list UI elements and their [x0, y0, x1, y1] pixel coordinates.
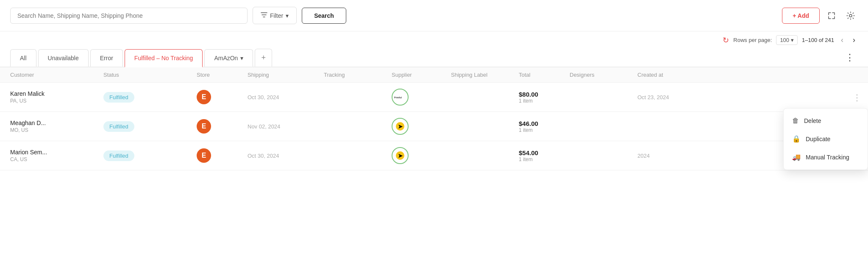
col-total: Total — [519, 72, 570, 78]
col-store: Store — [197, 72, 248, 78]
settings-icon[interactable] — [843, 8, 858, 23]
svg-text:Printful: Printful — [394, 96, 402, 99]
context-menu-duplicate[interactable]: 🔒 Duplicate — [784, 130, 868, 148]
customer-name: Karen Malick — [10, 90, 103, 97]
tab-error[interactable]: Error — [90, 49, 123, 67]
shipping-cell: Nov 02, 2024 — [248, 123, 324, 130]
customer-location: CA, US — [10, 156, 103, 162]
total-items: 1 item — [519, 156, 570, 162]
created-date: 2024 — [637, 153, 650, 159]
col-shipping-label: Shipping Label — [451, 72, 519, 78]
tab-amazon-label: AmAzOn — [214, 55, 238, 61]
tab-all[interactable]: All — [10, 49, 36, 67]
add-label: + Add — [793, 12, 809, 19]
delete-label: Delete — [804, 117, 821, 124]
status-badge: Fulfilled — [103, 150, 134, 161]
customer-location: PA, US — [10, 98, 103, 104]
table-body: Karen Malick PA, US Fulfilled E Oct 30, … — [0, 83, 868, 170]
col-customer: Customer — [10, 72, 103, 78]
total-items: 1 item — [519, 127, 570, 133]
col-status: Status — [103, 72, 197, 78]
customer-cell: Karen Malick PA, US — [10, 90, 103, 104]
filter-icon — [261, 11, 267, 19]
created-date: Oct 23, 2024 — [637, 94, 669, 100]
next-page-button[interactable]: › — [850, 35, 858, 45]
refresh-icon[interactable]: ↻ — [723, 36, 729, 45]
table-row-1[interactable]: Karen Malick PA, US Fulfilled E Oct 30, … — [0, 83, 868, 112]
delete-icon: 🗑 — [792, 117, 799, 125]
table-header: Customer Status Store Shipping Tracking … — [0, 67, 868, 83]
filter-label: Filter — [270, 12, 283, 19]
status-cell: Fulfilled — [103, 92, 197, 103]
prev-page-button[interactable]: ‹ — [838, 35, 846, 45]
col-created-at: Created at — [637, 72, 714, 78]
total-amount: $46.00 — [519, 120, 570, 127]
context-menu-manual-tracking[interactable]: 🚚 Manual Tracking — [784, 148, 868, 166]
supplier-logo: ➤ — [392, 147, 409, 164]
svg-text:➤: ➤ — [398, 153, 403, 159]
shipping-cell: Oct 30, 2024 — [248, 94, 324, 100]
customer-cell: Marion Sem... CA, US — [10, 149, 103, 162]
tabs-bar: All Unavailable Error Fulfilled – No Tra… — [0, 49, 868, 67]
status-cell: Fulfilled — [103, 121, 197, 132]
supplier-cell: Printful — [392, 89, 451, 106]
store-icon: E — [197, 119, 211, 134]
tab-all-label: All — [20, 55, 27, 61]
created-at-cell: 2024 — [637, 152, 714, 159]
add-button[interactable]: + Add — [782, 8, 820, 24]
total-amount: $54.00 — [519, 149, 570, 156]
col-supplier: Supplier — [392, 72, 451, 78]
store-icon: E — [197, 90, 211, 104]
rows-per-page-value: 100 — [780, 37, 789, 43]
row-more-button[interactable]: ⋮ — [849, 91, 865, 104]
rows-chevron-icon: ▾ — [791, 37, 794, 43]
manual-tracking-label: Manual Tracking — [806, 154, 849, 161]
col-tracking: Tracking — [324, 72, 392, 78]
tab-amazon-chevron-icon: ▾ — [240, 55, 243, 61]
manual-tracking-icon: 🚚 — [792, 153, 801, 161]
supplier-cell: ➤ — [392, 147, 451, 164]
supplier-logo: Printful — [392, 89, 409, 106]
store-icon: E — [197, 148, 211, 163]
status-badge: Fulfilled — [103, 121, 134, 132]
customer-location: MO, US — [10, 127, 103, 133]
table-row-2[interactable]: Meaghan D... MO, US Fulfilled E Nov 02, … — [0, 112, 868, 141]
tab-amazon[interactable]: AmAzOn ▾ — [204, 49, 253, 67]
table-row-3[interactable]: Marion Sem... CA, US Fulfilled E Oct 30,… — [0, 141, 868, 170]
svg-point-0 — [849, 14, 852, 17]
total-cell: $46.00 1 item — [519, 120, 570, 133]
search-button[interactable]: Search — [302, 8, 346, 24]
shipping-cell: Oct 30, 2024 — [248, 152, 324, 159]
table-row: Karen Malick PA, US Fulfilled E Oct 30, … — [0, 83, 868, 112]
col-shipping: Shipping — [248, 72, 324, 78]
duplicate-icon: 🔒 — [792, 135, 801, 143]
tab-error-label: Error — [100, 55, 113, 61]
rows-per-page-label: Rows per page: — [733, 37, 772, 43]
context-menu: 🗑 Delete 🔒 Duplicate 🚚 Manual Tracking — [783, 108, 868, 170]
page-range: 1–100 of 241 — [802, 37, 834, 43]
total-amount: $80.00 — [519, 91, 570, 98]
tab-unavailable[interactable]: Unavailable — [38, 49, 89, 67]
duplicate-label: Duplicate — [806, 136, 830, 142]
rows-per-page-select[interactable]: 100 ▾ — [776, 35, 798, 45]
tab-fulfilled-no-tracking[interactable]: Fulfilled – No Tracking — [125, 49, 203, 67]
total-cell: $80.00 1 item — [519, 91, 570, 104]
search-label: Search — [314, 12, 334, 19]
tab-more-button[interactable]: ⋮ — [842, 49, 858, 67]
table-row: Marion Sem... CA, US Fulfilled E Oct 30,… — [0, 141, 868, 170]
store-cell: E — [197, 119, 248, 134]
tab-add-button[interactable]: + — [255, 49, 272, 67]
filter-chevron-icon: ▾ — [286, 12, 289, 19]
svg-text:➤: ➤ — [398, 123, 403, 130]
context-menu-delete[interactable]: 🗑 Delete — [784, 112, 868, 130]
expand-icon[interactable] — [825, 9, 838, 22]
status-badge: Fulfilled — [103, 92, 134, 103]
supplier-cell: ➤ — [392, 118, 451, 135]
shipping-date: Nov 02, 2024 — [248, 123, 280, 130]
pagination-bar: ↻ Rows per page: 100 ▾ 1–100 of 241 ‹ › — [0, 31, 868, 49]
search-input[interactable] — [10, 8, 248, 24]
customer-name: Marion Sem... — [10, 149, 103, 156]
created-at-cell: Oct 23, 2024 — [637, 94, 714, 100]
filter-button[interactable]: Filter ▾ — [253, 7, 297, 24]
customer-name: Meaghan D... — [10, 120, 103, 126]
